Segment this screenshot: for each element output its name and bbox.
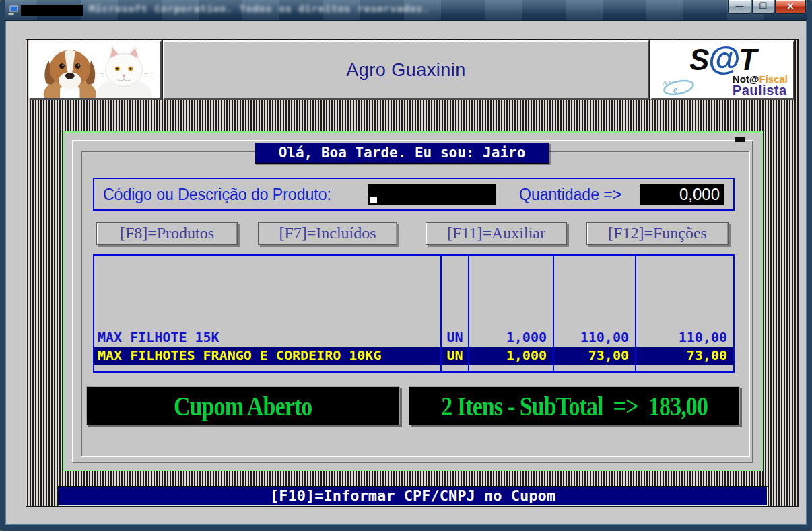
at-symbol: @ <box>708 40 739 77</box>
minimize-button[interactable]: — <box>728 0 751 14</box>
f11-auxiliar-button[interactable]: [F11]=Auxiliar <box>426 222 567 245</box>
app-window: Microsoft Corporation. Todos os direitos… <box>0 0 812 531</box>
subtotal-text: 2 Itens - SubTotal => 183,00 <box>441 390 708 421</box>
item-unit-price-selected[interactable]: 73,00 <box>554 347 635 365</box>
item-unit-selected[interactable]: UN <box>442 347 468 365</box>
column-quantity: 1,000 1,000 <box>468 256 553 371</box>
quantity-label: Quantidade => <box>519 186 621 204</box>
product-entry-box: Código ou Descrição do Produto: Quantida… <box>93 178 735 211</box>
sales-panel: Olá, Boa Tarde. Eu sou: Jairo Código ou … <box>63 131 763 471</box>
f8-produtos-button[interactable]: [F8]=Produtos <box>96 222 238 245</box>
column-total: 110,00 73,00 <box>635 256 733 371</box>
operator-greeting: Olá, Boa Tarde. Eu sou: Jairo <box>255 143 549 164</box>
minimize-icon: — <box>736 1 744 11</box>
pets-photo <box>29 40 162 100</box>
window-title-ghost-text: Microsoft Corporation. Todos os direitos… <box>89 3 430 14</box>
svg-text:NF: NF <box>662 79 673 87</box>
product-code-input[interactable] <box>368 184 496 205</box>
maximize-icon: ❐ <box>759 1 767 11</box>
close-button[interactable]: ✕ <box>775 0 806 14</box>
quantity-input[interactable]: 0,000 <box>640 184 724 205</box>
header-title-panel: Agro Guaxinin <box>163 40 649 100</box>
window-controls: — ❐ ✕ <box>727 0 806 14</box>
nfe-icon: NF e <box>658 77 696 97</box>
close-icon: ✕ <box>787 1 794 11</box>
coupon-status-display: Cupom Aberto <box>86 386 400 425</box>
sat-logo-text: S@T <box>652 43 793 75</box>
item-quantity[interactable]: 1,000 <box>469 328 553 347</box>
f7-incluidos-button[interactable]: [F7]=Incluídos <box>258 222 397 245</box>
column-unit: UN UN <box>440 256 468 371</box>
svg-text:e: e <box>673 85 677 95</box>
status-row: Cupom Aberto 2 Itens - SubTotal => 183,0… <box>86 386 741 426</box>
items-table: MAX FILHOTE 15K MAX FILHOTES FRANGO E CO… <box>93 254 735 373</box>
cpf-cnpj-hint-bar: [F10]=Informar CPF/CNPJ no Cupom <box>58 486 768 506</box>
title-bar: Microsoft Corporation. Todos os direitos… <box>0 0 812 21</box>
column-description: MAX FILHOTE 15K MAX FILHOTES FRANGO E CO… <box>94 256 440 371</box>
item-description-selected[interactable]: MAX FILHOTES FRANGO E CORDEIRO 10KG <box>94 347 440 365</box>
maximize-button[interactable]: ❐ <box>752 0 774 14</box>
nota-fiscal-paulista-wordmark: Not@Fiscal Paulista <box>733 74 788 96</box>
function-key-row: [F8]=Produtos [F7]=Incluídos [F11]=Auxil… <box>93 222 735 248</box>
subtotal-display: 2 Itens - SubTotal => 183,00 <box>409 386 740 425</box>
scroll-thumb[interactable] <box>735 137 745 142</box>
item-unit[interactable]: UN <box>442 328 468 347</box>
console-app-icon <box>7 5 20 17</box>
dog-and-cat-image <box>30 42 160 98</box>
window-title-redacted <box>21 5 83 16</box>
f12-funcoes-button[interactable]: [F12]=Funções <box>586 222 729 245</box>
store-title: Agro Guaxinin <box>346 60 466 81</box>
sat-logo-panel: S@T NF e Not@Fiscal Paulista <box>650 40 794 100</box>
item-quantity-selected[interactable]: 1,000 <box>469 347 553 365</box>
item-total-selected[interactable]: 73,00 <box>636 347 733 365</box>
product-entry-label: Código ou Descrição do Produto: <box>103 186 331 204</box>
column-unit-price: 110,00 73,00 <box>553 256 635 371</box>
item-unit-price[interactable]: 110,00 <box>554 328 635 347</box>
item-description[interactable]: MAX FILHOTE 15K <box>94 328 440 347</box>
text-cursor <box>370 197 377 203</box>
coupon-status-text: Cupom Aberto <box>174 390 312 421</box>
item-total[interactable]: 110,00 <box>636 328 733 347</box>
